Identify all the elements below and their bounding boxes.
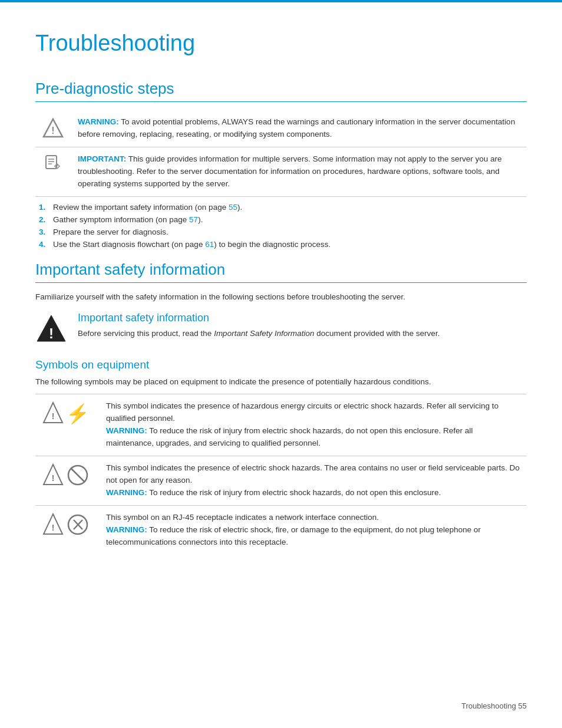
symbol-icons-2: ! xyxy=(35,456,100,506)
step-4: Use the Start diagnosis flowchart (on pa… xyxy=(53,240,527,249)
step-4-link[interactable]: 61 xyxy=(205,240,214,249)
warning-icon-cell: ! xyxy=(35,110,71,147)
warning-text-1: To reduce the risk of injury from electr… xyxy=(106,426,473,447)
important-label: IMPORTANT: xyxy=(78,154,126,163)
symbol-row-3: ! This symbol on an RJ-45 receptacle ind… xyxy=(35,505,527,554)
important-text-cell: IMPORTANT: This guide provides informati… xyxy=(71,147,527,196)
step-1-text: Review the important safety information … xyxy=(53,203,229,212)
important-safety-box: ! Important safety information Before se… xyxy=(35,312,527,349)
svg-text:!: ! xyxy=(52,523,55,532)
step-1: Review the important safety information … xyxy=(53,203,527,212)
symbol-svg-3: ! xyxy=(41,512,94,538)
warning-text-2: To reduce the risk of injury from electr… xyxy=(149,488,441,497)
svg-text:!: ! xyxy=(52,411,55,421)
symbols-table: ! ⚡ This symbol indicates the presence o… xyxy=(35,394,527,554)
symbol-text-1: This symbol indicates the presence of ha… xyxy=(100,394,527,456)
important-row: IMPORTANT: This guide provides informati… xyxy=(35,147,527,196)
important-note-icon xyxy=(44,154,62,172)
big-warning-icon: ! xyxy=(35,313,67,349)
warning-triangle-icon: ! xyxy=(42,117,64,139)
important-safety-box-title: Important safety information xyxy=(78,312,440,324)
warning-text-3: To reduce the risk of electric shock, fi… xyxy=(106,525,481,546)
warning-text: To avoid potential problems, ALWAYS read… xyxy=(78,117,515,139)
step-2-link[interactable]: 57 xyxy=(189,215,198,224)
prediagnostic-steps-list: Review the important safety information … xyxy=(53,203,527,249)
warning-text-cell: WARNING: To avoid potential problems, AL… xyxy=(71,110,527,147)
step-4-text: Use the Start diagnosis flowchart (on pa… xyxy=(53,240,205,249)
important-icon-cell xyxy=(35,147,71,196)
warning-label: WARNING: xyxy=(78,117,119,126)
important-safety-box-content: Important safety information Before serv… xyxy=(78,312,440,340)
prediagnostic-title: Pre-diagnostic steps xyxy=(35,80,527,102)
symbol-icons-1: ! ⚡ xyxy=(35,394,100,456)
important-text: This guide provides information for mult… xyxy=(78,154,502,188)
important-safety-section: Important safety information Familiarize… xyxy=(35,261,527,555)
svg-line-15 xyxy=(71,468,85,482)
step-2-suffix: ). xyxy=(198,215,203,224)
symbol-icons-3: ! xyxy=(35,505,100,554)
step-1-link[interactable]: 55 xyxy=(229,203,237,212)
page-title: Troubleshooting xyxy=(35,31,527,62)
notices-table: ! WARNING: To avoid potential problems, … xyxy=(35,110,527,197)
important-safety-title: Important safety information xyxy=(35,261,527,283)
important-safety-box-text: Before servicing this product, read the … xyxy=(78,328,440,340)
symbol-row-1: ! ⚡ This symbol indicates the presence o… xyxy=(35,394,527,456)
svg-text:!: ! xyxy=(51,126,54,136)
step-2: Gather symptom information (on page 57). xyxy=(53,215,527,224)
prediagnostic-section: Pre-diagnostic steps ! WARNING: To avoid… xyxy=(35,80,527,249)
symbol-row-2: ! This symbol indicates the presence of … xyxy=(35,456,527,506)
important-safety-intro: Familiarize yourself with the safety inf… xyxy=(35,291,527,304)
svg-text:!: ! xyxy=(49,325,54,341)
page-content: Troubleshooting Pre-diagnostic steps ! W… xyxy=(0,13,562,602)
symbols-intro: The following symbols may be placed on e… xyxy=(35,376,527,388)
page-footer: Troubleshooting 55 xyxy=(461,701,527,710)
symbols-title: Symbols on equipment xyxy=(35,358,527,371)
warning-label-1: WARNING: xyxy=(106,426,147,435)
top-border xyxy=(0,0,562,2)
warning-label-3: WARNING: xyxy=(106,525,147,534)
warning-label-2: WARNING: xyxy=(106,488,147,497)
symbol-text-2: This symbol indicates the presence of el… xyxy=(100,456,527,506)
svg-text:⚡: ⚡ xyxy=(66,403,90,425)
step-2-text: Gather symptom information (on page xyxy=(53,215,189,224)
svg-text:!: ! xyxy=(52,473,55,483)
step-1-suffix: ). xyxy=(237,203,242,212)
step-4-suffix: ) to begin the diagnostic process. xyxy=(214,240,330,249)
step-3-text: Prepare the server for diagnosis. xyxy=(53,228,168,236)
warning-row: ! WARNING: To avoid potential problems, … xyxy=(35,110,527,147)
symbol-svg-2: ! xyxy=(41,462,94,488)
symbol-text-3: This symbol on an RJ-45 receptacle indic… xyxy=(100,505,527,554)
step-3: Prepare the server for diagnosis. xyxy=(53,228,527,236)
symbol-svg-1: ! ⚡ xyxy=(41,400,94,426)
